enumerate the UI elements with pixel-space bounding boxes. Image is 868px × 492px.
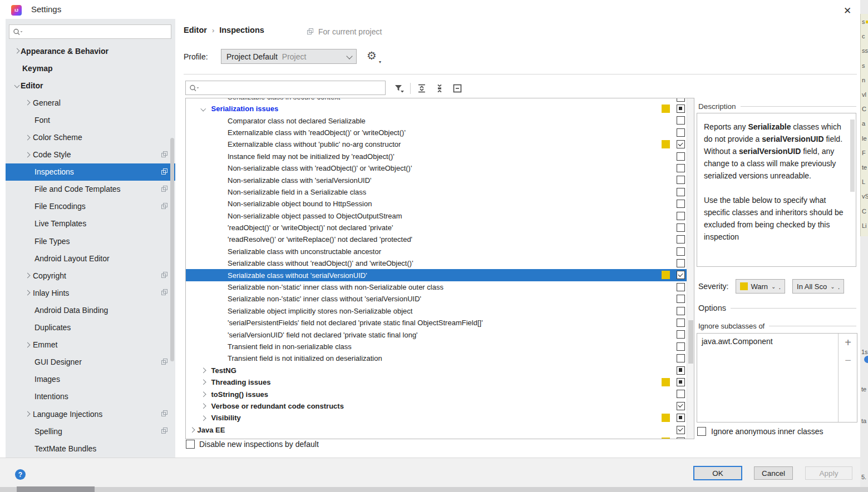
chevron-right-icon[interactable] (25, 342, 31, 347)
inspection-row-serializable-class-without-readobject-an[interactable]: Serializable class without 'readObject()… (186, 257, 694, 269)
add-class-button[interactable]: + (839, 334, 857, 351)
chevron-right-icon[interactable] (201, 380, 206, 385)
inspection-enabled-checkbox-empty[interactable] (677, 307, 685, 315)
inspection-enabled-checkbox-empty[interactable] (677, 188, 685, 196)
inspection-row--serialversionuid-field-not-declared-pri[interactable]: 'serialVersionUID' field not declared 'p… (186, 329, 694, 340)
inspection-row-non-serializable-class-with-readobject-o[interactable]: Non-serializable class with 'readObject(… (186, 162, 694, 174)
inspection-enabled-checkbox-empty[interactable] (677, 438, 685, 439)
tree-scrollbar[interactable] (687, 98, 694, 439)
collapse-all-icon[interactable] (433, 82, 446, 95)
inspection-enabled-checkbox-empty[interactable] (677, 354, 685, 362)
sidebar-search-box[interactable] (9, 24, 171, 39)
inspection-enabled-checkbox-empty[interactable] (677, 295, 685, 303)
expand-all-icon[interactable] (415, 82, 428, 95)
ignore-list-item[interactable]: java.awt.Component (697, 334, 838, 349)
close-icon[interactable]: ✕ (840, 3, 855, 18)
help-icon[interactable]: ? (15, 469, 26, 480)
tree-scrollbar-thumb[interactable] (688, 320, 693, 364)
inspection-row-comparator-class-not-declared-serializab[interactable]: Comparator class not declared Serializab… (186, 115, 694, 126)
sidebar-item-live-templates[interactable]: Live Templates (6, 215, 175, 232)
inspection-enabled-checkbox-checked[interactable] (677, 402, 685, 410)
inspection-enabled-checkbox-empty[interactable] (677, 342, 685, 351)
inspection-enabled-checkbox-empty[interactable] (677, 176, 685, 184)
inspection-row-non-serializable-object-passed-to-object[interactable]: Non-serializable object passed to Object… (186, 210, 694, 222)
ignore-anonymous-checkbox[interactable] (697, 427, 706, 436)
inspection-row-serializable-class-with-unconstructable-[interactable]: Serializable class with unconstructable … (186, 246, 694, 257)
reset-to-empty-icon[interactable] (451, 82, 464, 95)
inspection-enabled-checkbox-checked[interactable] (677, 271, 685, 279)
sidebar-item-android-data-binding[interactable]: Android Data Binding (6, 301, 175, 319)
inspection-row-java-ee[interactable]: Java EE (186, 424, 694, 436)
chevron-right-icon[interactable] (201, 415, 206, 420)
sidebar-item-intentions[interactable]: Intentions (6, 388, 175, 405)
sidebar-item-code-style[interactable]: Code Style (6, 146, 175, 163)
chevron-right-icon[interactable] (25, 152, 31, 157)
inspection-row-serializable-class-without-serialversion[interactable]: Serializable class without 'serialVersio… (186, 269, 694, 281)
chevron-right-icon[interactable] (25, 100, 31, 106)
inspection-enabled-checkbox-empty[interactable] (677, 319, 685, 327)
chevron-right-icon[interactable] (190, 428, 195, 433)
filter-icon[interactable] (392, 82, 406, 95)
inspection-row-threading-issues[interactable]: Threading issues (186, 376, 694, 388)
inspection-row-tostring-issues[interactable]: toString() issues (186, 388, 694, 400)
inspection-row-verbose-or-redundant-code-constructs[interactable]: Verbose or redundant code constructs (186, 400, 694, 412)
inspection-enabled-checkbox-checked[interactable] (677, 426, 685, 434)
inspection-row-partial[interactable] (186, 436, 694, 439)
inspection-enabled-checkbox-empty[interactable] (677, 200, 685, 208)
chevron-down-icon[interactable] (201, 106, 206, 111)
cancel-button[interactable]: Cancel (754, 466, 793, 480)
inspection-row-testng[interactable]: TestNG (186, 365, 694, 376)
inspection-row--readresolve-or-writereplace-not-declare[interactable]: 'readResolve()' or 'writeReplace()' not … (186, 233, 694, 245)
sidebar-item-editor[interactable]: Editor (6, 77, 175, 94)
inspection-row-non-serializable-field-in-a-serializable[interactable]: Non-serializable field in a Serializable… (186, 186, 694, 198)
inspection-row-non-serializable-object-bound-to-httpses[interactable]: Non-serializable object bound to HttpSes… (186, 198, 694, 210)
inspection-enabled-checkbox-empty[interactable] (677, 152, 685, 161)
inspection-enabled-checkbox-empty[interactable] (677, 164, 685, 172)
inspection-enabled-checkbox-empty[interactable] (677, 235, 685, 243)
inspection-enabled-checkbox-empty[interactable] (677, 247, 685, 256)
breadcrumb-editor[interactable]: Editor (184, 26, 207, 34)
inspection-enabled-checkbox-partial[interactable] (677, 414, 685, 422)
inspection-enabled-checkbox-partial[interactable] (677, 378, 685, 386)
sidebar-item-emmet[interactable]: Emmet (6, 336, 175, 354)
chevron-right-icon[interactable] (25, 273, 31, 279)
sidebar-item-duplicates[interactable]: Duplicates (6, 319, 175, 336)
chevron-right-icon[interactable] (201, 404, 206, 409)
sidebar-item-android-layout-editor[interactable]: Android Layout Editor (6, 250, 175, 267)
inspection-row-instance-field-may-not-be-initialized-by[interactable]: Instance field may not be initialized by… (186, 151, 694, 162)
inspection-enabled-checkbox-empty[interactable] (677, 128, 685, 137)
inspection-enabled-checkbox-empty[interactable] (677, 330, 685, 339)
disable-new-inspections-checkbox[interactable] (186, 440, 195, 449)
inspection-row-transient-field-in-non-serializable-clas[interactable]: Transient field in non-serializable clas… (186, 341, 694, 352)
chevron-down-icon[interactable] (14, 83, 20, 88)
inspection-row-externalizable-class-with-readobject-or-[interactable]: Externalizable class with 'readObject()'… (186, 127, 694, 138)
ok-button[interactable]: OK (693, 466, 742, 480)
sidebar-item-images[interactable]: Images (6, 371, 175, 388)
sidebar-item-spelling[interactable]: Spelling (6, 423, 175, 440)
chevron-right-icon[interactable] (25, 290, 31, 296)
chevron-right-icon[interactable] (25, 411, 31, 417)
remove-class-button[interactable]: − (839, 351, 857, 369)
inspection-row-non-serializable-class-with-serialversio[interactable]: Non-serializable class with 'serialVersi… (186, 174, 694, 186)
chevron-right-icon[interactable] (25, 135, 31, 140)
inspection-row-visibility[interactable]: Visibility (186, 412, 694, 424)
severity-dropdown[interactable]: Warn ⌄ . (736, 279, 785, 294)
inspection-enabled-checkbox-partial[interactable] (677, 105, 685, 113)
sidebar-item-file-types[interactable]: File Types (6, 232, 175, 250)
inspection-search-input[interactable] (203, 82, 382, 94)
scope-dropdown[interactable]: In All Sco ⌄ . (792, 279, 844, 294)
inspection-row-serializable-non-static-inner-class-with[interactable]: Serializable non-'static' inner class wi… (186, 293, 694, 305)
inspection-enabled-checkbox-partial[interactable] (677, 366, 685, 375)
sidebar-item-color-scheme[interactable]: Color Scheme (6, 128, 175, 146)
inspection-enabled-checkbox-empty[interactable] (677, 283, 685, 291)
description-scrollbar-thumb[interactable] (850, 120, 855, 192)
inspection-enabled-checkbox-empty[interactable] (677, 223, 685, 232)
sidebar-item-gui-designer[interactable]: GUI Designer (6, 354, 175, 371)
inspection-row-transient-field-is-not-initialized-on-de[interactable]: Transient field is not initialized on de… (186, 352, 694, 364)
chevron-right-icon[interactable] (14, 48, 20, 54)
inspection-row-externalizable-class-without-public-no-a[interactable]: Externalizable class without 'public' no… (186, 138, 694, 150)
profile-select[interactable]: Project Default Project (221, 49, 357, 64)
inspection-enabled-checkbox-empty[interactable] (677, 212, 685, 220)
inspection-row--readobject-or-writeobject-not-declared-[interactable]: 'readObject()' or 'writeObject()' not de… (186, 222, 694, 233)
inspection-row-serializable-object-implicitly-stores-no[interactable]: Serializable object implicitly stores no… (186, 305, 694, 317)
